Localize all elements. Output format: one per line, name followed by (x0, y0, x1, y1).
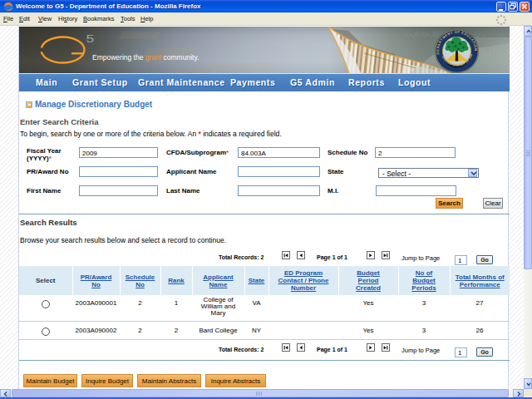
svg-text:Empowering the grant community: Empowering the grant community. (92, 53, 199, 62)
svg-text:5: 5 (86, 32, 95, 45)
svg-text:ƒ(x,θ)ƒ(x,θ): ƒ(x,θ)ƒ(x,θ) (403, 30, 438, 38)
